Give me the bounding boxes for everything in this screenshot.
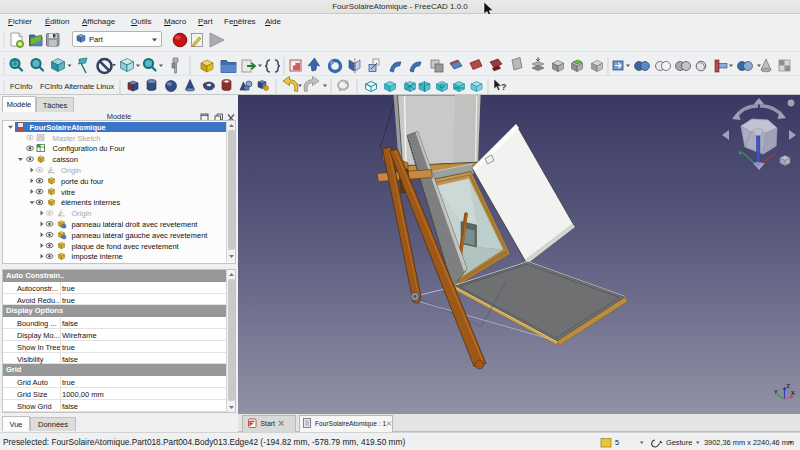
svg-text:?: ?	[501, 82, 507, 92]
svg-text:X: X	[791, 390, 795, 396]
svg-text:Y: Y	[774, 389, 778, 395]
